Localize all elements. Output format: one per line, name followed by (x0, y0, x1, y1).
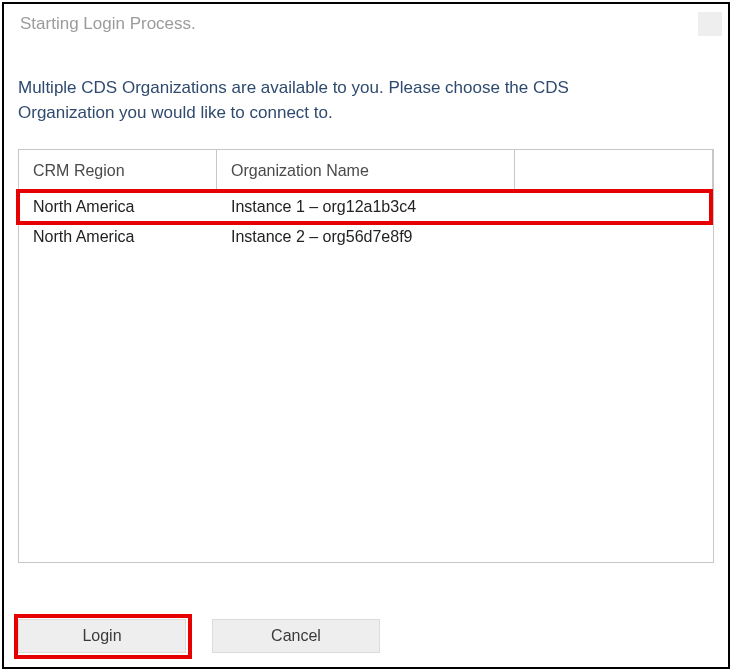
table-row[interactable]: North America Instance 2 – org56d7e8f9 (19, 222, 713, 252)
instruction-text: Multiple CDS Organizations are available… (18, 76, 658, 125)
login-dialog: Starting Login Process. Multiple CDS Org… (2, 2, 730, 669)
close-button[interactable] (698, 12, 722, 36)
cell-org: Instance 2 – org56d7e8f9 (217, 228, 713, 246)
titlebar: Starting Login Process. (4, 4, 728, 44)
header-crm-region[interactable]: CRM Region (19, 150, 217, 191)
dialog-content: Multiple CDS Organizations are available… (4, 44, 728, 607)
org-grid: CRM Region Organization Name North Ameri… (18, 149, 714, 563)
org-grid-wrap: CRM Region Organization Name North Ameri… (18, 149, 714, 607)
login-button[interactable]: Login (18, 619, 186, 653)
cell-region: North America (19, 228, 217, 246)
grid-body: North America Instance 1 – org12a1b3c4 N… (19, 192, 713, 252)
cell-org: Instance 1 – org12a1b3c4 (217, 198, 713, 216)
grid-header: CRM Region Organization Name (19, 150, 713, 192)
button-row: Login Cancel (4, 607, 728, 667)
header-organization-name[interactable]: Organization Name (217, 150, 515, 191)
cancel-button[interactable]: Cancel (212, 619, 380, 653)
cell-region: North America (19, 198, 217, 216)
header-spacer (515, 150, 713, 191)
table-row[interactable]: North America Instance 1 – org12a1b3c4 (19, 192, 713, 222)
dialog-title: Starting Login Process. (20, 14, 196, 34)
